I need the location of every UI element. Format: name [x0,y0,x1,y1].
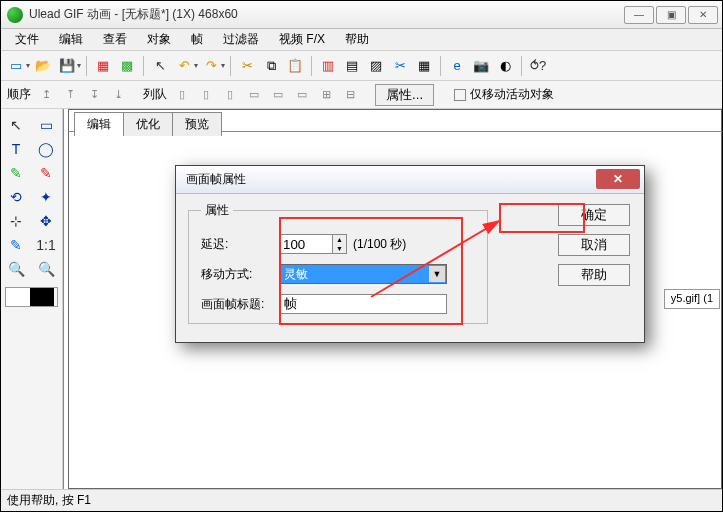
window-titlebar: Ulead GIF 动画 - [无标题*] (1X) 468x60 — ▣ ✕ [1,1,722,29]
align-right-icon[interactable]: ▯ [221,86,239,104]
window-close-button[interactable]: ✕ [688,6,718,24]
delay-spinner[interactable]: ▲▼ [333,234,347,254]
align-mid-icon[interactable]: ▭ [269,86,287,104]
frame-title-input[interactable] [279,294,447,314]
align-icon[interactable]: ▦ [413,55,435,77]
delay-input[interactable] [279,234,333,254]
menu-view[interactable]: 查看 [95,29,135,50]
cut-icon[interactable]: ✂ [236,55,258,77]
only-active-checkbox[interactable]: 仅移动活动对象 [454,86,554,103]
align-bot-icon[interactable]: ▭ [293,86,311,104]
align-center-icon[interactable]: ▯ [197,86,215,104]
optimize-icon[interactable]: ▩ [116,55,138,77]
order-label: 顺序 [7,86,31,103]
whats-this-icon[interactable]: ⥀? [527,55,549,77]
zoomin-tool-icon[interactable]: 🔍 [1,257,31,281]
frame-title-label: 画面帧标题: [201,296,279,313]
maximize-button[interactable]: ▣ [656,6,686,24]
app-icon [7,7,23,23]
move-method-label: 移动方式: [201,266,279,283]
properties-button[interactable]: 属性... [375,84,434,106]
tag-icon[interactable]: ◐ [494,55,516,77]
marquee-tool-icon[interactable]: ▭ [31,113,61,137]
align-top-icon[interactable]: ▭ [245,86,263,104]
pencil-tool-icon[interactable]: ✎ [31,161,61,185]
only-active-label: 仅移动活动对象 [470,87,554,101]
wizard-icon[interactable]: ▦ [92,55,114,77]
order-up-icon[interactable]: ↥ [37,86,55,104]
eyedrop-tool-icon[interactable]: ✎ [1,233,31,257]
menu-help[interactable]: 帮助 [337,29,377,50]
tab-edit[interactable]: 编辑 [74,112,124,136]
cancel-button[interactable]: 取消 [558,234,630,256]
web-icon[interactable]: e [446,55,468,77]
delay-label: 延迟: [201,236,279,253]
tool-palette: ↖▭ T◯ ✎✎ ⟲✦ ⊹✥ ✎1:1 🔍🔍 [1,109,63,489]
menu-edit[interactable]: 编辑 [51,29,91,50]
frame-properties-dialog: 画面帧属性 ✕ 属性 延迟: ▲▼ (1/100 秒) 移动方式: 灵敏 ▼ 画… [175,165,645,343]
status-text: 使用帮助, 按 F1 [7,492,91,509]
move-method-combo[interactable]: 灵敏 ▼ [279,264,447,284]
ok-button[interactable]: 确定 [558,204,630,226]
delay-unit: (1/100 秒) [353,236,406,253]
minimize-button[interactable]: — [624,6,654,24]
status-bar: 使用帮助, 按 F1 [1,489,722,511]
dialog-titlebar[interactable]: 画面帧属性 ✕ [176,166,644,194]
new-icon[interactable]: ▭ [5,55,27,77]
chevron-down-icon: ▼ [429,266,445,282]
properties-fieldset: 属性 延迟: ▲▼ (1/100 秒) 移动方式: 灵敏 ▼ 画面帧标题: [188,202,488,324]
menu-frame[interactable]: 帧 [183,29,211,50]
pointer-icon[interactable]: ↖ [149,55,171,77]
menu-object[interactable]: 对象 [139,29,179,50]
menu-bar: 文件 编辑 查看 对象 帧 过滤器 视频 F/X 帮助 [1,29,722,51]
order-down-icon[interactable]: ↧ [85,86,103,104]
oneone-tool-icon[interactable]: 1:1 [31,233,61,257]
redo-icon[interactable]: ↷ [200,55,222,77]
queue-label: 列队 [143,86,167,103]
tab-optimize[interactable]: 优化 [123,112,173,136]
thumbnail-label[interactable]: y5.gif] (1 [664,289,720,309]
dialog-close-button[interactable]: ✕ [596,169,640,189]
text-tool-icon[interactable]: T [1,137,31,161]
move-method-value: 灵敏 [284,266,308,283]
help-button[interactable]: 帮助 [558,264,630,286]
move-tool-icon[interactable]: ✥ [31,209,61,233]
crop-tool-icon[interactable]: ⊹ [1,209,31,233]
paste-icon[interactable]: 📋 [284,55,306,77]
menu-videofx[interactable]: 视频 F/X [271,29,333,50]
fieldset-legend: 属性 [201,202,233,219]
link-icon[interactable]: ✂ [389,55,411,77]
order-toolbar: 顺序 ↥ ⤒ ↧ ⤓ 列队 ▯ ▯ ▯ ▭ ▭ ▭ ⊞ ⊟ 属性... 仅移动活… [1,81,722,109]
order-top-icon[interactable]: ⤒ [61,86,79,104]
open-icon[interactable]: 📂 [32,55,54,77]
menu-file[interactable]: 文件 [7,29,47,50]
window-title: Ulead GIF 动画 - [无标题*] (1X) 468x60 [29,6,624,23]
color-swatches[interactable] [5,287,58,307]
tab-preview[interactable]: 预览 [172,112,222,136]
arrow-tool-icon[interactable]: ↖ [1,113,31,137]
dist-v-icon[interactable]: ⊟ [341,86,359,104]
undo-icon[interactable]: ↶ [173,55,195,77]
frame-dup-icon[interactable]: ▨ [365,55,387,77]
order-bottom-icon[interactable]: ⤓ [109,86,127,104]
save-icon[interactable]: 💾 [56,55,78,77]
copy-icon[interactable]: ⧉ [260,55,282,77]
main-toolbar: ▭▾ 📂 💾▾ ▦ ▩ ↖ ↶▾ ↷▾ ✂ ⧉ 📋 ▥ ▤ ▨ ✂ ▦ e 📷 … [1,51,722,81]
wand-tool-icon[interactable]: ✦ [31,185,61,209]
brush-tool-icon[interactable]: ✎ [1,161,31,185]
camera-icon[interactable]: 📷 [470,55,492,77]
dist-h-icon[interactable]: ⊞ [317,86,335,104]
lasso-tool-icon[interactable]: ⟲ [1,185,31,209]
menu-filter[interactable]: 过滤器 [215,29,267,50]
dialog-title: 画面帧属性 [186,171,246,188]
frame-add-icon[interactable]: ▤ [341,55,363,77]
align-left-icon[interactable]: ▯ [173,86,191,104]
delete-icon[interactable]: ▥ [317,55,339,77]
oval-tool-icon[interactable]: ◯ [31,137,61,161]
zoomout-tool-icon[interactable]: 🔍 [31,257,61,281]
